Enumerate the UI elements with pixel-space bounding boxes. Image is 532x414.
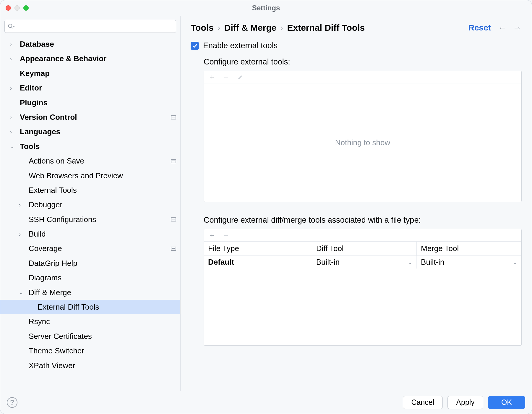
window-title: Settings bbox=[0, 4, 532, 12]
tree-item-label: Build bbox=[29, 227, 176, 241]
titlebar: Settings bbox=[0, 0, 532, 16]
tree-item-label: Server Certificates bbox=[29, 329, 176, 344]
cancel-button[interactable]: Cancel bbox=[403, 396, 443, 409]
tree-item-label: XPath Viewer bbox=[29, 358, 176, 373]
external-tools-empty-text: Nothing to show bbox=[204, 83, 521, 202]
chevron-right-icon[interactable]: › bbox=[19, 229, 24, 239]
search-icon bbox=[8, 23, 14, 29]
tree-item[interactable]: Server Certificates bbox=[0, 329, 180, 344]
search-dropdown-icon[interactable]: ▾ bbox=[13, 24, 15, 28]
chevron-right-icon: › bbox=[280, 24, 283, 32]
chevron-right-icon[interactable]: › bbox=[10, 54, 15, 64]
chevron-right-icon[interactable]: › bbox=[10, 112, 15, 122]
tree-item[interactable]: ›Database bbox=[0, 37, 180, 51]
minimize-window-button[interactable] bbox=[14, 5, 20, 11]
tree-item-label: Keymap bbox=[20, 66, 176, 81]
tree-item[interactable]: ⌄Diff & Merge bbox=[0, 285, 180, 300]
tree-item[interactable]: Plugins bbox=[0, 96, 180, 110]
chevron-right-icon: › bbox=[218, 24, 220, 32]
apply-button[interactable]: Apply bbox=[447, 396, 483, 409]
footer: ? Cancel Apply OK bbox=[0, 391, 532, 414]
external-tools-panel: Nothing to show bbox=[204, 71, 522, 202]
tree-item[interactable]: ›Appearance & Behavior bbox=[0, 51, 180, 66]
add-icon[interactable] bbox=[209, 232, 215, 239]
close-window-button[interactable] bbox=[6, 5, 11, 11]
assoc-toolbar bbox=[204, 229, 521, 242]
col-diff-tool[interactable]: Diff Tool bbox=[312, 242, 416, 256]
tree-item-label: Editor bbox=[20, 81, 176, 95]
tree-item[interactable]: Coverage bbox=[0, 241, 180, 256]
tree-item-label: Diff & Merge bbox=[29, 285, 176, 300]
reset-button[interactable]: Reset bbox=[468, 23, 491, 33]
tree-item[interactable]: ⌄Tools bbox=[0, 139, 180, 154]
tree-item-label: Tools bbox=[20, 139, 176, 154]
chevron-down-icon[interactable]: ⌄ bbox=[10, 141, 15, 151]
tree-item-label: External Tools bbox=[29, 183, 176, 198]
help-button[interactable]: ? bbox=[7, 397, 17, 408]
tree-item[interactable]: ›Version Control bbox=[0, 110, 180, 124]
chevron-right-icon[interactable]: › bbox=[19, 200, 24, 210]
project-scope-icon bbox=[171, 159, 176, 163]
tree-item-label: Coverage bbox=[29, 241, 171, 256]
tree-item[interactable]: ›Build bbox=[0, 227, 180, 241]
breadcrumb-part[interactable]: Diff & Merge bbox=[224, 23, 277, 33]
settings-tree[interactable]: ›Database›Appearance & BehaviorKeymap›Ed… bbox=[0, 37, 180, 391]
tree-item-label: Rsync bbox=[29, 314, 176, 329]
tree-item[interactable]: Diagrams bbox=[0, 271, 180, 285]
cell-file-type: Default bbox=[204, 256, 312, 269]
col-merge-tool[interactable]: Merge Tool bbox=[417, 242, 521, 256]
edit-icon bbox=[237, 74, 244, 80]
tree-item[interactable]: External Tools bbox=[0, 183, 180, 198]
chevron-down-icon: ⌄ bbox=[408, 259, 412, 266]
enable-external-tools-label: Enable external tools bbox=[203, 41, 278, 50]
svg-line-1 bbox=[12, 27, 13, 28]
tree-item[interactable]: Keymap bbox=[0, 66, 180, 81]
tree-item[interactable]: ›Debugger bbox=[0, 198, 180, 212]
project-scope-icon bbox=[171, 115, 176, 119]
chevron-right-icon[interactable]: › bbox=[10, 127, 15, 137]
search-input[interactable] bbox=[17, 22, 173, 30]
tree-item[interactable]: ›Languages bbox=[0, 124, 180, 139]
chevron-down-icon: ⌄ bbox=[513, 259, 517, 266]
tree-item-label: Theme Switcher bbox=[29, 344, 176, 358]
tree-item[interactable]: Actions on Save bbox=[0, 154, 180, 168]
tree-item[interactable]: Rsync bbox=[0, 314, 180, 329]
enable-external-tools-checkbox[interactable]: Enable external tools bbox=[191, 41, 522, 50]
assoc-panel: File Type Diff Tool Merge Tool Default B… bbox=[204, 229, 522, 346]
chevron-right-icon[interactable]: › bbox=[10, 39, 15, 49]
chevron-down-icon[interactable]: ⌄ bbox=[19, 287, 24, 297]
cell-diff-tool[interactable]: Built-in⌄ bbox=[312, 256, 416, 269]
tree-item-label: Actions on Save bbox=[29, 154, 171, 168]
col-file-type[interactable]: File Type bbox=[204, 242, 312, 256]
maximize-window-button[interactable] bbox=[23, 5, 29, 11]
assoc-table: File Type Diff Tool Merge Tool Default B… bbox=[204, 242, 521, 345]
tree-item[interactable]: XPath Viewer bbox=[0, 358, 180, 373]
add-icon[interactable] bbox=[209, 74, 215, 80]
back-button[interactable]: ← bbox=[498, 23, 507, 33]
tree-item-label: External Diff Tools bbox=[38, 300, 176, 314]
tree-item-label: SSH Configurations bbox=[29, 212, 171, 227]
tree-item[interactable]: Theme Switcher bbox=[0, 344, 180, 358]
remove-icon bbox=[223, 74, 229, 80]
tree-item[interactable]: External Diff Tools bbox=[0, 300, 180, 314]
tree-item-label: Web Browsers and Preview bbox=[29, 169, 176, 183]
breadcrumb-part[interactable]: Tools bbox=[191, 23, 214, 33]
tree-item-label: Diagrams bbox=[29, 271, 176, 285]
tree-item[interactable]: SSH Configurations bbox=[0, 212, 180, 227]
search-field[interactable]: ▾ bbox=[4, 20, 176, 33]
cell-merge-tool[interactable]: Built-in⌄ bbox=[417, 256, 521, 269]
tree-item-label: Plugins bbox=[20, 96, 176, 110]
chevron-right-icon[interactable]: › bbox=[10, 83, 15, 93]
configure-assoc-label: Configure external diff/merge tools asso… bbox=[204, 216, 522, 225]
forward-button[interactable]: → bbox=[513, 23, 522, 33]
tree-item-label: DataGrip Help bbox=[29, 256, 176, 271]
project-scope-icon bbox=[171, 217, 176, 221]
window-controls bbox=[6, 5, 29, 11]
ok-button[interactable]: OK bbox=[488, 396, 525, 409]
breadcrumb-part: External Diff Tools bbox=[287, 23, 365, 33]
tree-item[interactable]: ›Editor bbox=[0, 81, 180, 95]
tree-item[interactable]: DataGrip Help bbox=[0, 256, 180, 271]
table-row[interactable]: Default Built-in⌄ Built-in⌄ bbox=[204, 256, 521, 269]
configure-tools-label: Configure external tools: bbox=[204, 57, 522, 67]
tree-item[interactable]: Web Browsers and Preview bbox=[0, 169, 180, 183]
